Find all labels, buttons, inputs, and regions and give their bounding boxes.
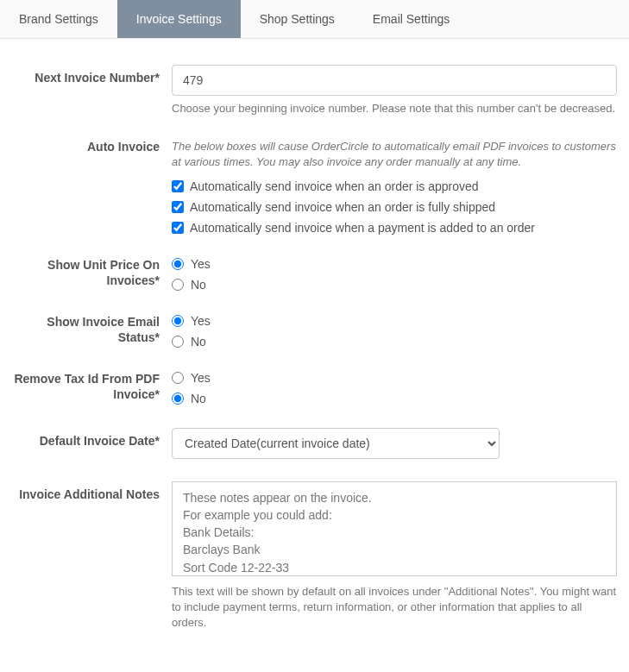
auto-invoice-payment-checkbox[interactable] <box>172 222 184 234</box>
next-invoice-number-help: Choose your beginning invoice number. Pl… <box>172 101 617 116</box>
show-unit-price-yes-label: Yes <box>191 257 211 271</box>
show-email-status-no-radio[interactable] <box>172 336 184 348</box>
tab-brand-settings[interactable]: Brand Settings <box>0 0 117 38</box>
show-unit-price-yes-radio[interactable] <box>172 258 184 270</box>
show-unit-price-no-radio[interactable] <box>172 279 184 291</box>
auto-invoice-approved-label: Automatically send invoice when an order… <box>190 179 479 193</box>
show-email-status-yes-label: Yes <box>191 314 211 328</box>
show-email-status-no-label: No <box>191 335 206 349</box>
remove-tax-id-no-label: No <box>191 392 206 405</box>
auto-invoice-intro: The below boxes will cause OrderCircle t… <box>172 139 617 170</box>
tab-email-settings[interactable]: Email Settings <box>354 0 469 38</box>
additional-notes-label: Invoice Additional Notes <box>12 481 172 503</box>
next-invoice-number-label: Next Invoice Number* <box>12 65 172 86</box>
default-invoice-date-label: Default Invoice Date* <box>12 428 172 449</box>
tab-invoice-settings[interactable]: Invoice Settings <box>117 0 241 38</box>
auto-invoice-approved-checkbox[interactable] <box>172 180 184 192</box>
remove-tax-id-yes-radio[interactable] <box>172 372 184 384</box>
show-unit-price-label: Show Unit Price On Invoices* <box>12 257 172 290</box>
default-invoice-date-select[interactable]: Created Date(current invoice date) <box>172 428 500 459</box>
invoice-settings-form: Next Invoice Number* Choose your beginni… <box>0 39 629 648</box>
auto-invoice-payment-label: Automatically send invoice when a paymen… <box>190 221 535 235</box>
show-unit-price-no-label: No <box>191 278 206 292</box>
remove-tax-id-label: Remove Tax Id From PDF Invoice* <box>12 371 172 404</box>
tab-shop-settings[interactable]: Shop Settings <box>241 0 354 38</box>
show-email-status-yes-radio[interactable] <box>172 315 184 327</box>
auto-invoice-label: Auto Invoice <box>12 139 172 155</box>
next-invoice-number-input[interactable] <box>172 65 617 96</box>
tabs: Brand Settings Invoice Settings Shop Set… <box>0 0 629 39</box>
remove-tax-id-no-radio[interactable] <box>172 393 184 405</box>
remove-tax-id-yes-label: Yes <box>191 371 211 385</box>
auto-invoice-shipped-checkbox[interactable] <box>172 201 184 213</box>
show-email-status-label: Show Invoice Email Status* <box>12 314 172 347</box>
additional-notes-help: This text will be shown by default on al… <box>172 584 617 631</box>
auto-invoice-shipped-label: Automatically send invoice when an order… <box>190 200 495 214</box>
additional-notes-textarea[interactable] <box>172 481 617 576</box>
